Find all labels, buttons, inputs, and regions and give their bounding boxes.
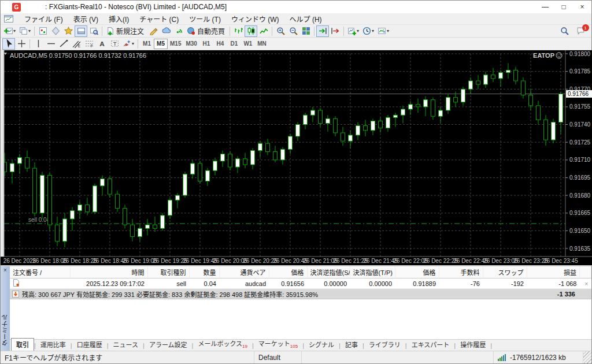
- column-header[interactable]: 価格: [269, 266, 307, 278]
- timeframe-w1[interactable]: W1: [241, 39, 255, 49]
- tab-6[interactable]: マーケット105: [254, 337, 302, 351]
- vline-button[interactable]: [32, 38, 45, 50]
- toolbar-separator: [272, 27, 272, 36]
- chart-window-icon[interactable]: [4, 15, 13, 23]
- column-header[interactable]: 注文番号 /: [10, 266, 70, 278]
- resize-grip[interactable]: [583, 351, 591, 363]
- column-header[interactable]: 数量: [189, 266, 219, 278]
- chevron-down-icon[interactable]: ▾: [372, 28, 374, 34]
- tab-1[interactable]: 運用比率: [36, 339, 71, 351]
- column-header[interactable]: 通貨ペア: [219, 266, 269, 278]
- close-order-icon[interactable]: ×: [580, 278, 591, 289]
- publish-button[interactable]: [160, 25, 172, 37]
- candlestick-button[interactable]: [245, 25, 257, 37]
- new-order-button[interactable]: 新規注文: [104, 25, 147, 37]
- text-button[interactable]: A: [95, 38, 108, 50]
- tab-9[interactable]: ライブラリ: [364, 339, 405, 351]
- toolbar-separator: [230, 27, 230, 36]
- new-chart-icon: [4, 27, 13, 35]
- trendline-button[interactable]: [57, 38, 70, 50]
- shapes-button[interactable]: ▾: [121, 38, 136, 50]
- auto-scroll-button[interactable]: [316, 25, 329, 37]
- status-empty-section: [302, 351, 494, 363]
- menu-item-4[interactable]: ツール (T): [184, 14, 226, 25]
- signals-button[interactable]: [172, 25, 185, 37]
- timeframe-h1[interactable]: H1: [199, 39, 213, 49]
- minimize-button[interactable]: —: [536, 1, 554, 13]
- menu-item-3[interactable]: チャート (C): [134, 14, 184, 25]
- column-header[interactable]: 決済逆指値(S/...: [307, 266, 350, 278]
- column-header[interactable]: 時間: [70, 266, 147, 278]
- chart-shift-button[interactable]: [329, 25, 342, 37]
- timeframe-m1[interactable]: M1: [140, 39, 154, 49]
- menu-item-5[interactable]: ウィンドウ (W): [226, 14, 284, 25]
- svg-text:0.91710: 0.91710: [569, 157, 591, 163]
- terminal-button[interactable]: [75, 25, 87, 37]
- fibonacci-button[interactable]: F: [83, 38, 95, 50]
- metaeditor-button[interactable]: [147, 25, 160, 37]
- timeframe-d1[interactable]: D1: [227, 39, 241, 49]
- data-window-button[interactable]: [49, 25, 62, 37]
- channel-button[interactable]: E: [70, 38, 83, 50]
- chevron-down-icon[interactable]: ▾: [387, 28, 389, 34]
- column-header[interactable]: 手数料: [439, 266, 483, 278]
- column-header[interactable]: 損益: [527, 266, 580, 278]
- zoom-in-button[interactable]: [274, 25, 287, 37]
- close-button[interactable]: ×: [573, 1, 591, 13]
- search-button[interactable]: [558, 25, 571, 37]
- line-chart-button[interactable]: [257, 25, 270, 37]
- menu-item-0[interactable]: ファイル (F): [19, 14, 68, 25]
- indicators-button[interactable]: ▾: [346, 25, 361, 37]
- timeframe-mn[interactable]: MN: [255, 39, 269, 49]
- terminal-close-icon[interactable]: ×: [3, 266, 7, 273]
- maximize-button[interactable]: □: [554, 1, 573, 13]
- chevron-down-icon[interactable]: ▾: [28, 28, 31, 34]
- column-header[interactable]: 価格: [395, 266, 439, 278]
- menu-item-6[interactable]: ヘルプ (H): [284, 14, 327, 25]
- timeframe-m30[interactable]: M30: [183, 39, 199, 49]
- column-header[interactable]: 取引種別: [147, 266, 189, 278]
- tile-windows-button[interactable]: [299, 25, 312, 37]
- tab-5[interactable]: メールボックス19: [193, 337, 252, 351]
- bar-chart-button[interactable]: [232, 25, 245, 37]
- timeframe-h4[interactable]: H4: [213, 39, 227, 49]
- chat-button[interactable]: 1: [574, 25, 587, 37]
- periods-button[interactable]: ▾: [361, 25, 376, 37]
- tab-10[interactable]: エキスパート: [407, 339, 454, 351]
- profiles-button[interactable]: ▾: [17, 25, 32, 37]
- hline-button[interactable]: [45, 38, 57, 50]
- status-connection[interactable]: -1765912/1623 kb: [494, 351, 583, 363]
- column-header[interactable]: 決済指値(T/P): [350, 266, 395, 278]
- timeframe-m5[interactable]: M5: [154, 39, 168, 49]
- tab-11[interactable]: 操作履歴: [456, 339, 490, 351]
- label-button[interactable]: T: [108, 38, 121, 50]
- price-chart[interactable]: 0.918000.917850.917700.917550.917400.917…: [1, 50, 592, 265]
- auto-trading-button[interactable]: 自動売買: [185, 25, 228, 37]
- new-chart-button[interactable]: ▾: [2, 25, 17, 37]
- chevron-down-icon[interactable]: ▾: [357, 28, 359, 34]
- strategy-tester-button[interactable]: [87, 25, 100, 37]
- tab-0[interactable]: 取引: [11, 338, 34, 351]
- order-cell: 0.91656: [269, 278, 307, 289]
- status-profile[interactable]: Default: [254, 351, 302, 363]
- tab-7[interactable]: シグナル: [304, 339, 339, 351]
- tab-3[interactable]: ニュース: [109, 339, 143, 351]
- chevron-down-icon[interactable]: ▾: [13, 28, 16, 34]
- market-watch-button[interactable]: [36, 25, 49, 37]
- zoom-out-button[interactable]: [287, 25, 299, 37]
- navigator-button[interactable]: [62, 25, 75, 37]
- column-header[interactable]: スワップ: [483, 266, 527, 278]
- tab-4[interactable]: アラーム設定: [145, 339, 192, 351]
- menu-item-2[interactable]: 挿入(I): [103, 14, 134, 25]
- tab-2[interactable]: 口座履歴: [72, 339, 107, 351]
- crosshair-button[interactable]: [15, 38, 28, 50]
- chat-icon: 1: [576, 27, 585, 35]
- timeframe-m15[interactable]: M15: [168, 39, 183, 49]
- cursor-button[interactable]: [2, 38, 15, 50]
- svg-text:26 Dec 19:25: 26 Dec 19:25: [153, 258, 187, 264]
- menu-item-1[interactable]: 表示 (V): [68, 14, 103, 25]
- order-row[interactable]: 2025.12.23 09:17:02sell0.04audcad0.91656…: [10, 278, 591, 289]
- chevron-down-icon[interactable]: ▾: [132, 41, 134, 46]
- templates-button[interactable]: ▾: [376, 25, 391, 37]
- tab-8[interactable]: 記事: [341, 339, 362, 351]
